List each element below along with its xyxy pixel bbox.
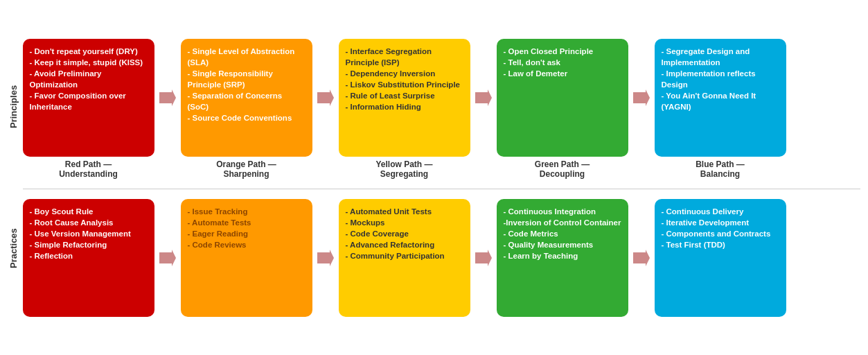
principles-cards: - Don't repeat yourself (DRY) - Keep it … bbox=[23, 39, 860, 157]
principles-orange-card: - Single Level of Abstraction (SLA) - Si… bbox=[181, 39, 312, 157]
principles-red-text: - Don't repeat yourself (DRY) - Keep it … bbox=[30, 46, 148, 113]
arrow-4 bbox=[631, 88, 652, 107]
svg-marker-4 bbox=[159, 250, 176, 266]
principles-green-card: - Open Closed Principle - Tell, don't as… bbox=[497, 39, 628, 157]
practices-yellow-text: - Automated Unit Tests - Mockups - Code … bbox=[346, 206, 463, 261]
practices-cards: - Boy Scout Rule - Root Cause Analysis -… bbox=[23, 199, 860, 317]
arrow-2 bbox=[315, 88, 336, 107]
practices-blue-text: - Continuous Delivery - Iterative Develo… bbox=[662, 206, 779, 250]
row-labels: Principles Practices bbox=[8, 39, 19, 317]
principles-green-text: - Open Closed Principle - Tell, don't as… bbox=[504, 46, 621, 79]
principles-red-card: - Don't repeat yourself (DRY) - Keep it … bbox=[23, 39, 154, 157]
content-area: - Don't repeat yourself (DRY) - Keep it … bbox=[23, 39, 860, 317]
svg-marker-1 bbox=[317, 89, 334, 106]
svg-marker-3 bbox=[633, 89, 650, 106]
arrow-3 bbox=[473, 88, 494, 107]
svg-marker-0 bbox=[159, 89, 176, 106]
practices-red-text: - Boy Scout Rule - Root Cause Analysis -… bbox=[30, 206, 148, 261]
principles-label: Principles bbox=[8, 41, 19, 173]
principles-blue-text: - Segregate Design and Implementation - … bbox=[662, 46, 779, 113]
practices-yellow-card: - Automated Unit Tests - Mockups - Code … bbox=[339, 199, 470, 317]
principles-orange-text: - Single Level of Abstraction (SLA) - Si… bbox=[188, 46, 305, 124]
arrow-1 bbox=[157, 88, 178, 107]
svg-marker-5 bbox=[317, 250, 334, 266]
main-container: Principles Practices - Don't repeat your… bbox=[8, 39, 860, 317]
practices-green-text: - Continuous Integration -Inversion of C… bbox=[504, 206, 621, 261]
principles-yellow-text: - Interface Segregation Principle (ISP) … bbox=[346, 46, 463, 113]
path-label-green: Green Path — Decoupling bbox=[497, 159, 628, 179]
practices-label: Practices bbox=[8, 182, 19, 314]
svg-marker-7 bbox=[633, 250, 650, 266]
practices-arrow-1 bbox=[157, 248, 178, 268]
path-label-blue: Blue Path — Balancing bbox=[655, 159, 786, 179]
svg-marker-6 bbox=[475, 250, 492, 266]
practices-arrow-3 bbox=[473, 248, 494, 268]
section-divider bbox=[23, 189, 860, 189]
practices-green-card: - Continuous Integration -Inversion of C… bbox=[497, 199, 628, 317]
principles-blue-card: - Segregate Design and Implementation - … bbox=[655, 39, 786, 157]
practices-red-card: - Boy Scout Rule - Root Cause Analysis -… bbox=[23, 199, 154, 317]
path-labels-row: Red Path — Understanding Orange Path — S… bbox=[23, 159, 860, 179]
svg-marker-2 bbox=[475, 89, 492, 106]
practices-section: - Boy Scout Rule - Root Cause Analysis -… bbox=[23, 199, 860, 317]
practices-orange-card: - Issue Tracking - Automate Tests - Eage… bbox=[181, 199, 312, 317]
principles-section: - Don't repeat yourself (DRY) - Keep it … bbox=[23, 39, 860, 179]
practices-orange-text: - Issue Tracking - Automate Tests - Eage… bbox=[188, 206, 305, 250]
principles-yellow-card: - Interface Segregation Principle (ISP) … bbox=[339, 39, 470, 157]
practices-blue-card: - Continuous Delivery - Iterative Develo… bbox=[655, 199, 786, 317]
practices-arrow-4 bbox=[631, 248, 652, 268]
path-label-yellow: Yellow Path — Segregating bbox=[339, 159, 470, 179]
path-label-orange: Orange Path — Sharpening bbox=[181, 159, 312, 179]
path-label-red: Red Path — Understanding bbox=[23, 159, 154, 179]
practices-arrow-2 bbox=[315, 248, 336, 268]
